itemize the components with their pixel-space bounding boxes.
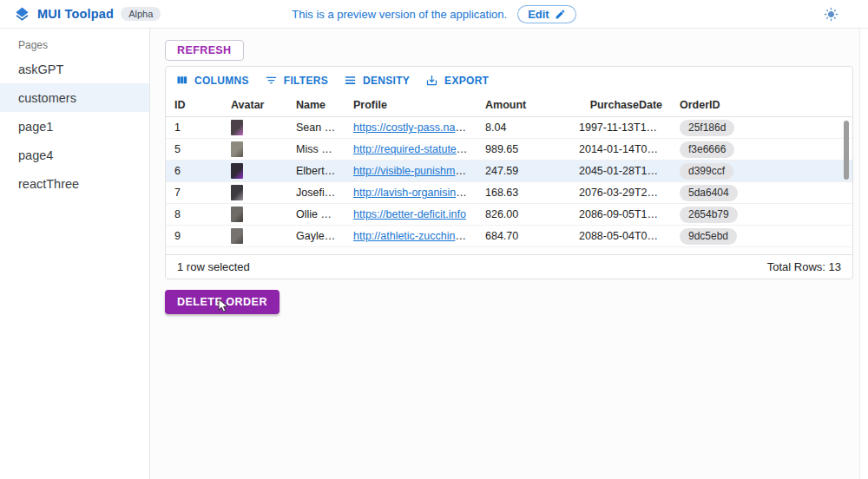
- selection-count: 1 row selected: [177, 260, 250, 273]
- download-icon: [425, 74, 438, 87]
- table-row[interactable]: 1 Sean Harris https://costly-pass.name 8…: [166, 117, 852, 139]
- orderid-chip: 9dc5ebd: [680, 228, 737, 245]
- filter-list-icon: [265, 74, 278, 87]
- cell-purchasedate: 2076-03-29T23:51:07.968Z: [570, 187, 671, 199]
- columns-button[interactable]: COLUMNS: [170, 70, 254, 90]
- cell-profile: http://required-statute.org: [345, 143, 477, 155]
- sun-icon: [824, 7, 838, 22]
- cell-id: 7: [166, 187, 222, 199]
- filters-button[interactable]: FILTERS: [260, 70, 333, 90]
- grid-horizontal-scrollbar-gutter: [166, 247, 852, 254]
- table-row[interactable]: 8 Ollie Green… https://better-deficit.in…: [166, 204, 852, 226]
- column-header-orderid[interactable]: OrderID: [671, 99, 852, 111]
- profile-link[interactable]: http://required-statute.org: [353, 143, 475, 155]
- cell-purchasedate: 2014-01-14T02:37:28.536Z: [570, 143, 671, 155]
- cell-orderid: f3e6666: [671, 141, 852, 158]
- grid-vertical-scrollbar[interactable]: [844, 121, 849, 180]
- cell-amount: 247.59: [477, 165, 570, 177]
- cell-profile: https://better-deficit.info: [345, 208, 477, 220]
- cell-avatar: [222, 120, 287, 135]
- cell-profile: http://athletic-zucchini.org: [345, 230, 477, 242]
- cell-purchasedate: 2088-05-04T02:31:03.294Z: [570, 230, 671, 242]
- cell-id: 1: [166, 121, 222, 134]
- columns-button-label: COLUMNS: [194, 75, 249, 87]
- theme-toggle-button[interactable]: [824, 7, 838, 22]
- preview-banner-text: This is a preview version of the applica…: [292, 8, 507, 21]
- grid-footer: 1 row selected Total Rows: 13: [166, 254, 852, 279]
- alpha-badge: Alpha: [121, 7, 161, 21]
- cell-orderid: 2654b79: [671, 207, 852, 223]
- sidebar-item-label: askGPT: [18, 62, 63, 76]
- profile-link[interactable]: http://lavish-organising.name: [353, 187, 477, 199]
- cell-profile: http://visible-punishment.net: [345, 165, 477, 177]
- mouse-cursor-icon: [218, 299, 230, 312]
- data-grid: COLUMNS FILTERS DENSITY: [165, 66, 853, 279]
- cell-profile: http://lavish-organising.name: [345, 187, 477, 199]
- export-button-label: EXPORT: [444, 75, 489, 87]
- brand: MUI Toolpad Alpha: [14, 6, 161, 23]
- export-button[interactable]: EXPORT: [420, 70, 494, 90]
- delete-order-button[interactable]: DELETE ORDER: [165, 290, 279, 314]
- column-header-purchasedate[interactable]: PurchaseDate: [570, 99, 671, 111]
- profile-link[interactable]: https://better-deficit.info: [353, 208, 466, 220]
- cell-amount: 8.04: [477, 121, 570, 134]
- cell-amount: 684.70: [477, 230, 570, 242]
- edit-button-label: Edit: [528, 8, 549, 21]
- cell-id: 9: [166, 230, 222, 242]
- table-row[interactable]: 7 Josefina P… http://lavish-organising.n…: [166, 182, 852, 204]
- pencil-icon: [555, 9, 566, 20]
- profile-link[interactable]: http://visible-punishment.net: [353, 165, 477, 177]
- sidebar-item-customers[interactable]: customers: [0, 83, 149, 112]
- avatar: [231, 141, 243, 157]
- grid-toolbar: COLUMNS FILTERS DENSITY: [166, 67, 852, 94]
- total-rows: Total Rows: 13: [767, 260, 841, 273]
- grid-rows-viewport: 1 Sean Harris https://costly-pass.name 8…: [166, 117, 852, 247]
- app-header: MUI Toolpad Alpha This is a preview vers…: [0, 0, 868, 29]
- column-header-amount[interactable]: Amount: [477, 99, 570, 111]
- sidebar-item-page4[interactable]: page4: [0, 141, 149, 169]
- sidebar-item-askgpt[interactable]: askGPT: [0, 55, 149, 83]
- cell-orderid: 5da6404: [671, 185, 852, 201]
- profile-link[interactable]: http://athletic-zucchini.org: [353, 230, 477, 242]
- refresh-button[interactable]: REFRESH: [165, 40, 244, 61]
- avatar: [231, 228, 243, 244]
- cell-avatar: [222, 141, 287, 157]
- view-columns-icon: [175, 74, 188, 87]
- column-header-id[interactable]: ID: [166, 99, 222, 111]
- table-row-selected[interactable]: 6 Elbert McL… http://visible-punishment.…: [166, 161, 852, 182]
- cell-amount: 826.00: [477, 208, 570, 220]
- column-header-avatar[interactable]: Avatar: [222, 99, 287, 111]
- cell-id: 8: [166, 208, 222, 220]
- cell-name: Gayle Den…: [287, 230, 345, 242]
- sidebar-item-page1[interactable]: page1: [0, 112, 149, 141]
- profile-link[interactable]: https://costly-pass.name: [353, 121, 470, 134]
- orderid-chip: d399ccf: [680, 163, 733, 180]
- sidebar-header: Pages: [0, 29, 149, 55]
- cell-id: 5: [166, 143, 222, 155]
- table-row[interactable]: 5 Miss Juan … http://required-statute.or…: [166, 139, 852, 161]
- column-header-name[interactable]: Name: [287, 99, 345, 111]
- cell-name: Elbert McL…: [287, 165, 345, 177]
- edit-button[interactable]: Edit: [517, 5, 576, 23]
- sidebar-item-reactthree[interactable]: reactThree: [0, 169, 149, 198]
- cell-name: Ollie Green…: [287, 208, 345, 220]
- toolpad-logo-icon: [14, 6, 30, 23]
- cell-avatar: [222, 163, 287, 179]
- cell-name: Sean Harris: [287, 121, 345, 134]
- orderid-chip: 25f186d: [680, 120, 734, 136]
- cell-purchasedate: 2045-01-28T15:40:06.325Z: [570, 165, 671, 177]
- avatar: [231, 207, 243, 222]
- grid-header-row: ID Avatar Name Profile Amount PurchaseDa…: [166, 94, 852, 117]
- cell-name: Josefina P…: [287, 187, 345, 199]
- cell-orderid: 25f186d: [671, 120, 852, 136]
- density-button[interactable]: DENSITY: [339, 70, 415, 90]
- cell-amount: 989.65: [477, 143, 570, 155]
- main-content: REFRESH COLUMNS FILTERS: [150, 29, 868, 479]
- cell-id: 6: [166, 165, 222, 177]
- column-header-profile[interactable]: Profile: [345, 99, 477, 111]
- cell-orderid: d399ccf: [671, 163, 852, 180]
- table-row[interactable]: 9 Gayle Den… http://athletic-zucchini.or…: [166, 226, 852, 247]
- avatar: [231, 185, 243, 200]
- cell-avatar: [222, 228, 287, 244]
- cell-purchasedate: 1997-11-13T17:24:11.769Z: [570, 121, 671, 134]
